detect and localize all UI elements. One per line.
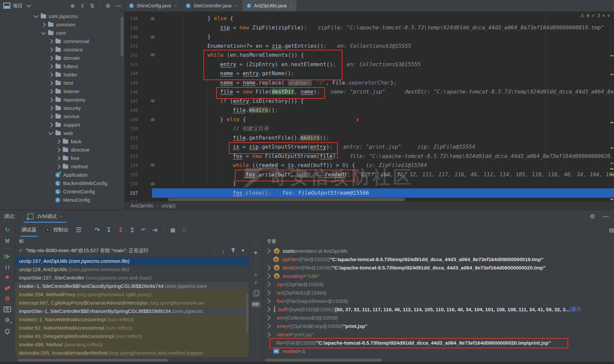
drop-frame-icon[interactable]: ↶ — [141, 227, 146, 233]
variable-row[interactable]: zip = {ZipFile@15554} — [263, 280, 614, 289]
tree-item-holder[interactable]: holder — [0, 70, 122, 79]
chevron-down-icon[interactable]: ▾ — [242, 247, 244, 253]
frame-row[interactable]: doInvoke:205, InvocableHandlerMethod (or… — [15, 349, 249, 357]
code-line-140[interactable]: 140} — [125, 32, 614, 41]
breadcrumb-method[interactable]: unzip() — [161, 203, 176, 208]
variable-row[interactable]: name = "print.jsp" — [263, 330, 614, 339]
hide-panel-icon[interactable]: — — [116, 3, 121, 9]
variable-row[interactable]: buff = {byte[8192]@15552} [60, 37, 32, 1… — [263, 305, 614, 314]
fold-marker-icon[interactable] — [151, 35, 155, 38]
tree-item-core[interactable]: core — [0, 29, 122, 37]
chevron-right-icon[interactable] — [48, 122, 53, 127]
code-line-138[interactable]: 138} else { — [125, 14, 614, 23]
line-number[interactable]: 143 — [125, 60, 138, 69]
frame-row[interactable]: invoke:498, Method (java.lang.reflect) — [15, 340, 249, 349]
chevron-down-icon[interactable] — [48, 130, 53, 135]
variable-row[interactable]: pzipFile = {File@15535} "C:\apache-tomca… — [263, 255, 614, 263]
chevron-right-icon[interactable] — [41, 22, 46, 27]
tree-item-security[interactable]: security — [0, 104, 122, 112]
line-number[interactable]: 150 — [125, 124, 138, 133]
code-editor[interactable]: 138} else {139zip = new ZipFile(zipFile)… — [125, 12, 614, 201]
line-number[interactable]: 139 — [125, 23, 138, 32]
variable-row[interactable]: file = {File@15559} "C:\apache-tomcat-8.… — [263, 339, 614, 347]
evaluate-expression-icon[interactable]: ▦ — [170, 227, 175, 233]
code-line-145[interactable]: 145name = name.replace( oldChar: '/', Fi… — [125, 78, 614, 87]
error-stripe-mark[interactable] — [610, 199, 613, 200]
tree-item-contextconfig[interactable]: CContextConfig — [0, 187, 122, 196]
debug-session-tab[interactable]: JVM调试 × — [23, 210, 66, 223]
code-line-144[interactable]: 144name = entry.getName(); — [125, 69, 614, 78]
layout-settings-icon[interactable]: ☰ — [182, 227, 186, 233]
frame-row[interactable]: invoke:62, NativeMethodAccessorImpl (sun… — [15, 324, 249, 332]
variables-hscrollbar[interactable] — [265, 359, 382, 362]
code-line-150[interactable]: 150// 创建父目录 — [125, 124, 614, 133]
expand-all-icon[interactable]: ⇳ — [80, 3, 85, 9]
prev-problem-icon[interactable]: ∧ — [602, 13, 605, 18]
chevron-right-icon[interactable] — [266, 265, 271, 270]
variable-row[interactable]: 01readed = -1 — [263, 347, 614, 355]
code-line-153[interactable]: 153fos = new FileOutputStream(file);file… — [125, 152, 614, 161]
thread-selector[interactable]: ✓ "http-nio-8080-exec-46"@15,527 在组 "mai… — [15, 245, 249, 255]
chevron-right-icon[interactable] — [48, 89, 53, 94]
tree-item-com.jspxcms[interactable]: com.jspxcms — [0, 12, 122, 20]
line-number[interactable]: 156 — [125, 179, 138, 188]
breadcrumb-class[interactable]: AntZipUtils — [131, 203, 153, 208]
chevron-right-icon[interactable] — [266, 324, 271, 329]
force-step-into-icon[interactable]: ↧ — [118, 226, 123, 234]
close-icon[interactable]: × — [60, 214, 62, 219]
frame-row[interactable]: invoke:43, DelegatingMethodAccessorImpl … — [15, 332, 249, 340]
line-number[interactable]: 147 — [125, 97, 138, 106]
resume-icon[interactable] — [4, 254, 10, 259]
code-line-146[interactable]: 146file = new File(destDir, name);name: … — [125, 87, 614, 97]
line-number[interactable]: 158 — [125, 197, 138, 201]
frame-row[interactable]: unzip:119, AntZipUtils (com.jspxcms.comm… — [15, 265, 249, 274]
frame-up-icon[interactable]: ↑ — [213, 248, 216, 253]
tree-item-fore[interactable]: fore — [0, 154, 122, 162]
filter-icon[interactable] — [231, 248, 235, 253]
code-line-152[interactable]: 152is = zip.getInputStream(entry);entry:… — [125, 142, 614, 152]
chevron-right-icon[interactable] — [56, 147, 60, 152]
frame-row[interactable]: intercept:667, CglibAopProxy$DynamicAdvi… — [15, 299, 249, 307]
threads-menu-icon[interactable]: ☰ — [76, 226, 82, 234]
step-over-icon[interactable]: ↷ — [95, 226, 100, 234]
error-stripe-mark[interactable] — [610, 147, 613, 149]
chevron-right-icon[interactable] — [48, 55, 53, 60]
chevron-down-icon[interactable] — [34, 13, 38, 18]
error-stripe-mark[interactable] — [610, 74, 613, 75]
fold-marker-icon[interactable] — [151, 100, 155, 103]
code-line-141[interactable]: 141Enumeration<?> en = zip.getEntries();… — [125, 41, 614, 51]
tree-item-fulltext[interactable]: fulltext — [0, 62, 122, 70]
tree-item-application[interactable]: CApplication — [0, 171, 122, 179]
tab-ShiroConfig.java[interactable]: CShiroConfig.java× — [125, 0, 181, 11]
project-tree-scrollbar[interactable] — [121, 17, 124, 57]
chevron-right-icon[interactable] — [266, 332, 271, 337]
minimize-icon[interactable]: — — [603, 213, 609, 220]
line-number[interactable]: 145 — [125, 78, 138, 87]
tree-item-backendwebconfig[interactable]: CBackendWebConfig — [0, 179, 122, 187]
tab-AntZipUtils.java[interactable]: CAntZipUtils.java× — [242, 0, 297, 11]
variable-row[interactable]: is = {ZipFile$1@15564} — [263, 289, 614, 297]
error-stripe-mark[interactable] — [610, 122, 613, 123]
add-watch-icon[interactable]: + — [254, 249, 258, 257]
frame-row[interactable]: unzip:157, AntZipUtils (com.jspxcms.comm… — [15, 257, 249, 265]
stop-icon[interactable]: ■ — [5, 274, 9, 281]
code-line-151[interactable]: 151file.getParentFile().mkdirs(); — [125, 133, 614, 143]
error-stripe-mark[interactable] — [610, 174, 613, 175]
line-number[interactable]: 151 — [125, 133, 138, 143]
show-watches-icon[interactable]: OO — [251, 301, 261, 308]
chevron-right-icon[interactable] — [266, 307, 271, 312]
chevron-right-icon[interactable] — [48, 47, 53, 52]
chevron-right-icon[interactable] — [266, 290, 271, 296]
chevron-down-icon[interactable] — [26, 3, 31, 7]
code-line-139[interactable]: 139zip = new ZipFile(zipFile);zipFile: "… — [125, 23, 614, 32]
line-number[interactable]: 157 — [125, 188, 138, 198]
fold-marker-icon[interactable] — [151, 182, 155, 185]
duplicate-icon[interactable] — [253, 291, 258, 297]
frame-row[interactable]: invoke:-1, SiteController$$FastClassBySp… — [15, 282, 249, 290]
move-down-icon[interactable]: ▼ — [253, 280, 259, 286]
chevron-right-icon[interactable] — [48, 72, 53, 77]
code-line-142[interactable]: 142while (en.hasMoreElements()) { — [125, 50, 614, 60]
tree-item-commercial[interactable]: commercial — [0, 37, 122, 45]
tree-item-common[interactable]: common — [0, 20, 122, 29]
code-line-157[interactable]: 157fos.close();fos: FileOutputStream@155… — [125, 188, 614, 198]
